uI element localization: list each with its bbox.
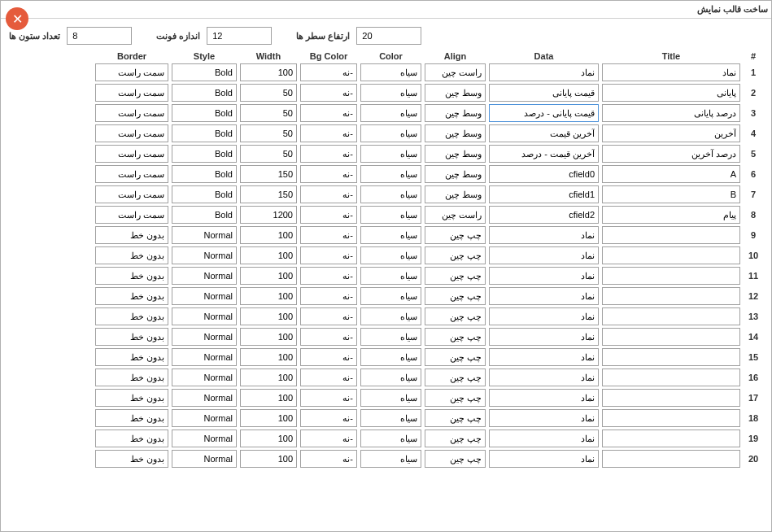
data-input[interactable] [489, 430, 599, 447]
align-input[interactable] [425, 124, 486, 142]
title-input[interactable] [602, 185, 740, 203]
width-input[interactable] [240, 246, 297, 264]
align-input[interactable] [425, 328, 486, 346]
data-input[interactable] [489, 145, 599, 163]
width-input[interactable] [240, 84, 297, 102]
title-input[interactable] [602, 206, 740, 224]
align-input[interactable] [425, 409, 486, 427]
style-input[interactable] [172, 450, 237, 468]
color-input[interactable] [360, 389, 421, 407]
title-input[interactable] [602, 267, 740, 285]
align-input[interactable] [425, 206, 486, 224]
title-input[interactable] [602, 287, 740, 305]
color-input[interactable] [360, 287, 421, 305]
style-input[interactable] [172, 409, 237, 427]
width-input[interactable] [240, 307, 297, 325]
color-input[interactable] [360, 145, 421, 163]
title-input[interactable] [602, 63, 740, 81]
border-input[interactable] [95, 165, 168, 183]
title-input[interactable] [602, 348, 740, 366]
align-input[interactable] [425, 104, 486, 122]
data-input[interactable] [489, 389, 599, 407]
title-input[interactable] [602, 328, 740, 346]
bgcolor-input[interactable] [300, 206, 357, 224]
bgcolor-input[interactable] [300, 389, 357, 407]
border-input[interactable] [95, 409, 168, 427]
color-input[interactable] [360, 430, 421, 447]
color-input[interactable] [360, 246, 421, 264]
title-input[interactable] [602, 124, 740, 142]
border-input[interactable] [95, 63, 168, 81]
title-input[interactable] [602, 246, 740, 264]
border-input[interactable] [95, 246, 168, 264]
border-input[interactable] [95, 430, 168, 447]
border-input[interactable] [95, 104, 168, 122]
style-input[interactable] [172, 389, 237, 407]
align-input[interactable] [425, 389, 486, 407]
width-input[interactable] [240, 389, 297, 407]
style-input[interactable] [172, 84, 237, 102]
color-input[interactable] [360, 307, 421, 325]
title-input[interactable] [602, 409, 740, 427]
color-input[interactable] [360, 185, 421, 203]
width-input[interactable] [240, 145, 297, 163]
data-input[interactable] [489, 104, 599, 122]
border-input[interactable] [95, 185, 168, 203]
data-input[interactable] [489, 63, 599, 81]
align-input[interactable] [425, 165, 486, 183]
color-input[interactable] [360, 165, 421, 183]
width-input[interactable] [240, 348, 297, 366]
bgcolor-input[interactable] [300, 430, 357, 447]
data-input[interactable] [489, 185, 599, 203]
font-size-input[interactable] [207, 27, 272, 45]
color-input[interactable] [360, 63, 421, 81]
data-input[interactable] [489, 267, 599, 285]
title-input[interactable] [602, 145, 740, 163]
data-input[interactable] [489, 348, 599, 366]
data-input[interactable] [489, 165, 599, 183]
border-input[interactable] [95, 368, 168, 386]
bgcolor-input[interactable] [300, 145, 357, 163]
border-input[interactable] [95, 348, 168, 366]
color-input[interactable] [360, 104, 421, 122]
color-input[interactable] [360, 368, 421, 386]
data-input[interactable] [489, 328, 599, 346]
style-input[interactable] [172, 165, 237, 183]
style-input[interactable] [172, 307, 237, 325]
color-input[interactable] [360, 328, 421, 346]
width-input[interactable] [240, 206, 297, 224]
style-input[interactable] [172, 185, 237, 203]
width-input[interactable] [240, 409, 297, 427]
color-input[interactable] [360, 267, 421, 285]
bgcolor-input[interactable] [300, 165, 357, 183]
border-input[interactable] [95, 287, 168, 305]
data-input[interactable] [489, 124, 599, 142]
color-input[interactable] [360, 409, 421, 427]
border-input[interactable] [95, 226, 168, 244]
style-input[interactable] [172, 206, 237, 224]
align-input[interactable] [425, 63, 486, 81]
border-input[interactable] [95, 206, 168, 224]
bgcolor-input[interactable] [300, 307, 357, 325]
color-input[interactable] [360, 226, 421, 244]
color-input[interactable] [360, 84, 421, 102]
bgcolor-input[interactable] [300, 124, 357, 142]
bgcolor-input[interactable] [300, 409, 357, 427]
bgcolor-input[interactable] [300, 226, 357, 244]
align-input[interactable] [425, 450, 486, 468]
align-input[interactable] [425, 287, 486, 305]
title-input[interactable] [602, 389, 740, 407]
width-input[interactable] [240, 63, 297, 81]
border-input[interactable] [95, 124, 168, 142]
border-input[interactable] [95, 145, 168, 163]
data-input[interactable] [489, 246, 599, 264]
width-input[interactable] [240, 267, 297, 285]
style-input[interactable] [172, 348, 237, 366]
bgcolor-input[interactable] [300, 287, 357, 305]
data-input[interactable] [489, 450, 599, 468]
style-input[interactable] [172, 328, 237, 346]
width-input[interactable] [240, 124, 297, 142]
bgcolor-input[interactable] [300, 104, 357, 122]
color-input[interactable] [360, 124, 421, 142]
style-input[interactable] [172, 430, 237, 447]
